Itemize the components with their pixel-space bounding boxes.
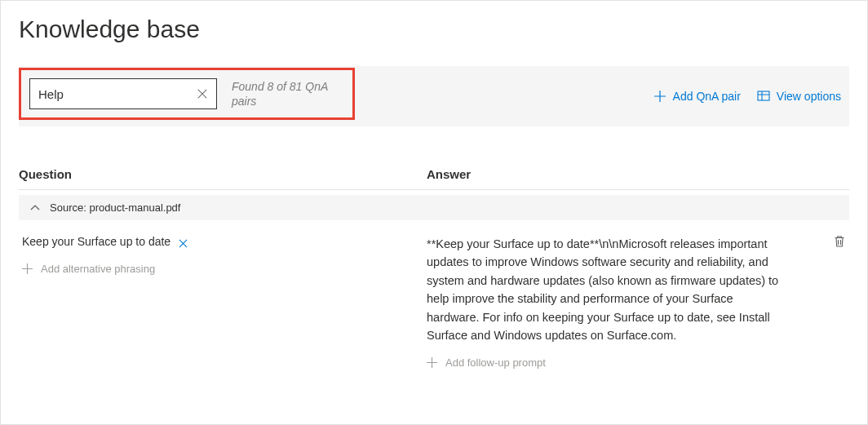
answer-column: **Keep your Surface up to date**\n\nMicr… bbox=[427, 235, 849, 369]
toolbar-actions: Add QnA pair View options bbox=[653, 90, 849, 103]
question-text: Keep your Surface up to date bbox=[22, 235, 170, 248]
plus-icon bbox=[22, 263, 33, 274]
source-label: Source: product-manual.pdf bbox=[50, 201, 180, 214]
toolbar: Found 8 of 81 QnA pairs Add QnA pair Vie… bbox=[19, 66, 849, 126]
search-highlight-area: Found 8 of 81 QnA pairs bbox=[19, 68, 355, 125]
search-box[interactable] bbox=[29, 78, 217, 109]
add-qna-pair-button[interactable]: Add QnA pair bbox=[653, 90, 741, 103]
question-column: Keep your Surface up to date Add alterna… bbox=[19, 235, 427, 275]
column-header-answer: Answer bbox=[427, 167, 471, 181]
qna-row: Keep your Surface up to date Add alterna… bbox=[19, 224, 849, 369]
chevron-up-icon bbox=[30, 203, 40, 213]
columns-header: Question Answer bbox=[19, 167, 849, 190]
page-title: Knowledge base bbox=[19, 15, 849, 43]
search-highlight-box: Found 8 of 81 QnA pairs bbox=[19, 68, 355, 120]
add-followup-prompt-label: Add follow-up prompt bbox=[445, 356, 546, 369]
clear-search-icon[interactable] bbox=[197, 88, 208, 100]
plus-icon bbox=[427, 357, 437, 368]
trash-icon bbox=[833, 237, 846, 250]
search-input[interactable] bbox=[38, 87, 197, 101]
source-row[interactable]: Source: product-manual.pdf bbox=[19, 195, 849, 220]
plus-icon bbox=[653, 90, 666, 103]
add-qna-pair-label: Add QnA pair bbox=[673, 90, 741, 103]
add-alternative-phrasing-button[interactable]: Add alternative phrasing bbox=[22, 263, 427, 275]
column-header-question: Question bbox=[19, 167, 427, 181]
answer-text[interactable]: **Keep your Surface up to date**\n\nMicr… bbox=[427, 235, 786, 345]
svg-rect-0 bbox=[758, 91, 769, 100]
add-followup-prompt-button[interactable]: Add follow-up prompt bbox=[427, 356, 786, 369]
delete-qna-button[interactable] bbox=[833, 235, 849, 251]
remove-question-icon[interactable] bbox=[179, 237, 188, 246]
add-alternative-phrasing-label: Add alternative phrasing bbox=[41, 263, 155, 275]
view-options-button[interactable]: View options bbox=[757, 90, 841, 103]
view-options-icon bbox=[757, 90, 770, 103]
answer-block: **Keep your Surface up to date**\n\nMicr… bbox=[427, 235, 786, 369]
view-options-label: View options bbox=[777, 90, 841, 103]
question-item[interactable]: Keep your Surface up to date bbox=[22, 235, 427, 248]
search-result-count: Found 8 of 81 QnA pairs bbox=[232, 79, 338, 108]
